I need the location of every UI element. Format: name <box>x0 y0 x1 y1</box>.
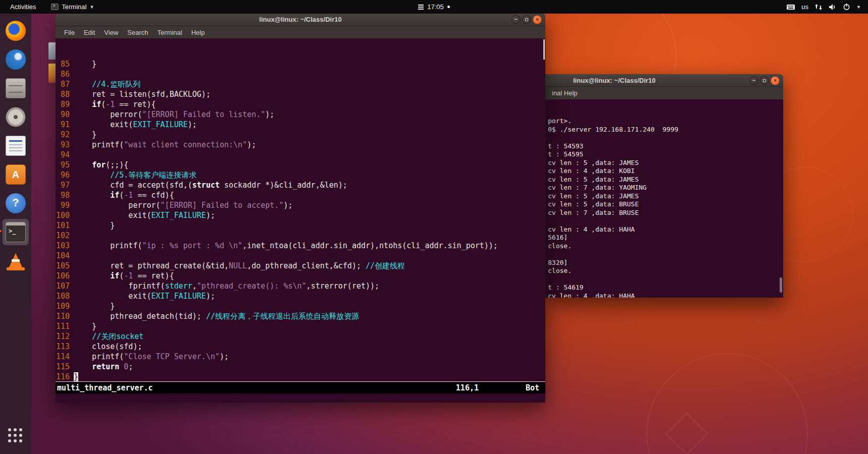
vim-window-titlebar[interactable]: linux@linux: ~/Class/Dir10 − × <box>56 13 545 26</box>
activities-button[interactable]: Activities <box>7 0 39 14</box>
code-line[interactable]: 87 //4.监听队列 <box>56 79 545 89</box>
code-line[interactable]: 99 perror("[ERROR] Failed to accept."); <box>56 200 545 210</box>
code-line[interactable]: 103 printf("ip : %s port : %d \n",inet_n… <box>56 241 545 251</box>
menu-fragment[interactable]: inal Help <box>547 89 582 97</box>
code-line[interactable]: 106 if(-1 == ret){ <box>56 271 545 281</box>
code-line[interactable]: 116} <box>56 372 545 382</box>
line-number: 96 <box>56 170 70 180</box>
code-line[interactable]: 86 <box>56 69 545 79</box>
code-token <box>74 160 92 169</box>
app-menu[interactable]: Terminal ▼ <box>48 0 97 14</box>
dock-item-disc-player[interactable] <box>3 104 29 130</box>
code-line[interactable]: 97 cfd = accept(sfd,(struct sockaddr *)&… <box>56 180 545 190</box>
maximize-icon <box>525 18 528 21</box>
terminal-output-line: cv len : 4 ,data: KOBI <box>548 167 783 176</box>
menu-help[interactable]: Help <box>187 29 210 36</box>
code-line[interactable]: 94 <box>56 150 545 160</box>
dock-item-thunderbird[interactable] <box>3 46 29 73</box>
code-line[interactable]: 101 } <box>56 220 545 231</box>
dock-item-libreoffice-writer[interactable] <box>3 133 29 159</box>
code-token <box>74 271 110 280</box>
menu-search[interactable]: Search <box>123 29 152 36</box>
code-line[interactable]: 112 //关闭socket <box>56 331 545 342</box>
code-line[interactable]: 92 } <box>56 130 545 140</box>
dock-item-files[interactable] <box>3 75 29 101</box>
terminal-output-line: port>. <box>548 117 783 126</box>
code-line[interactable]: 105 ret = pthread_create(&tid,NULL,do_pt… <box>56 261 545 271</box>
maximize-button[interactable] <box>522 15 531 24</box>
code-line[interactable]: 95 for(;;){ <box>56 160 545 170</box>
code-token: //5.等待客户端连接请求 <box>110 171 196 180</box>
vim-buffer[interactable]: 85 }8687 //4.监听队列88 ret = listen(sfd,BAC… <box>56 38 545 382</box>
code-line[interactable]: 111 } <box>56 321 545 331</box>
code-token: } <box>74 130 96 139</box>
menu-terminal[interactable]: Terminal <box>153 29 187 36</box>
dock: A ? <box>0 14 31 454</box>
dock-item-vlc[interactable] <box>3 248 29 274</box>
code-line[interactable]: 115 return 0; <box>56 362 545 372</box>
network-icon <box>814 4 823 11</box>
close-button[interactable]: × <box>771 76 780 85</box>
code-line[interactable]: 107 fprintf(stderr,"pthread_create(): %s… <box>56 281 545 291</box>
terminal-output-line: t : 54593 <box>548 142 783 151</box>
terminal-output-line: cv len : 7 ,data: YAOMING <box>548 184 783 192</box>
code-token: ); <box>188 120 197 129</box>
code-line[interactable]: 114 printf("Close TCP Server.\n"); <box>56 352 545 362</box>
dock-item-help[interactable]: ? <box>3 190 29 216</box>
code-line[interactable]: 100 exit(EXIT_FAILURE); <box>56 210 545 220</box>
code-line[interactable]: 102 <box>56 231 545 241</box>
code-token: } <box>74 302 115 311</box>
code-line[interactable]: 98 if(-1 == cfd){ <box>56 190 545 200</box>
code-token: for <box>92 160 106 169</box>
terminal-output-line: 5616] <box>548 234 783 242</box>
code-token: ret = pthread_create(&tid, <box>74 261 229 270</box>
code-line[interactable]: 96 //5.等待客户端连接请求 <box>56 170 545 180</box>
line-number: 97 <box>56 180 70 190</box>
dock-item-ubuntu-software[interactable]: A <box>3 161 29 188</box>
code-token: //4.监听队列 <box>92 80 140 89</box>
code-line[interactable]: 93 printf("wait client connection:\n"); <box>56 140 545 150</box>
code-token: NULL <box>229 261 247 270</box>
code-line[interactable]: 85 } <box>56 59 545 69</box>
server-terminal-output[interactable]: port>.0$ ./server 192.168.171.240 9999 t… <box>545 99 783 298</box>
menu-view[interactable]: View <box>99 29 123 36</box>
server-window-menubar[interactable]: inal Help <box>545 87 783 99</box>
dock-item-firefox[interactable] <box>3 18 29 44</box>
terminal-output-line: cv len : 4 ,data: HAHA <box>548 292 783 298</box>
dock-item-terminal[interactable] <box>3 219 29 245</box>
show-applications-button[interactable] <box>3 423 29 449</box>
code-line[interactable]: 90 perror("[ERROR] Failed to listen."); <box>56 109 545 120</box>
minimize-button[interactable]: − <box>749 76 758 85</box>
code-token: "[ERROR] Failed to listen." <box>142 110 265 119</box>
scrollbar-thumb[interactable] <box>543 39 545 60</box>
code-line[interactable]: 104 <box>56 251 545 261</box>
line-number: 107 <box>56 281 70 291</box>
close-button[interactable]: × <box>533 15 542 24</box>
code-token: ( <box>119 271 124 280</box>
menu-edit[interactable]: Edit <box>79 29 99 36</box>
code-line[interactable]: 109 } <box>56 301 545 311</box>
menu-file[interactable]: File <box>60 29 79 36</box>
code-token: //线程分离，子线程退出后系统自动释放资源 <box>206 312 359 321</box>
code-token <box>74 80 92 89</box>
server-window-titlebar[interactable]: linux@linux: ~/Class/Dir10 − × <box>545 74 783 87</box>
code-token: close(sfd); <box>74 342 142 351</box>
terminal-output-line: cv len : 5 ,data: JAMES <box>548 192 783 201</box>
code-line[interactable]: 89 if(-1 == ret){ <box>56 99 545 109</box>
maximize-button[interactable] <box>760 76 769 85</box>
code-line[interactable]: 91 exit(EXIT_FAILURE); <box>56 120 545 130</box>
scrollbar-thumb[interactable] <box>780 277 782 293</box>
code-line[interactable]: 88 ret = listen(sfd,BACKLOG); <box>56 89 545 99</box>
code-line[interactable]: 110 pthread_detach(tid); //线程分离，子线程退出后系统… <box>56 311 545 321</box>
system-tray[interactable]: us ▼ <box>786 3 868 11</box>
clock-menu[interactable]: 17:05 <box>404 0 465 14</box>
vim-command-line[interactable] <box>56 393 545 403</box>
code-token <box>74 191 110 200</box>
window-title: linux@linux: ~/Class/Dir10 <box>56 16 545 23</box>
code-token: -1 <box>124 271 133 280</box>
code-line[interactable]: 113 close(sfd); <box>56 342 545 352</box>
code-token: pthread_detach(tid); <box>74 312 206 321</box>
minimize-button[interactable]: − <box>512 15 521 24</box>
vim-cursor: } <box>74 372 78 381</box>
code-line[interactable]: 108 exit(EXIT_FAILURE); <box>56 291 545 301</box>
